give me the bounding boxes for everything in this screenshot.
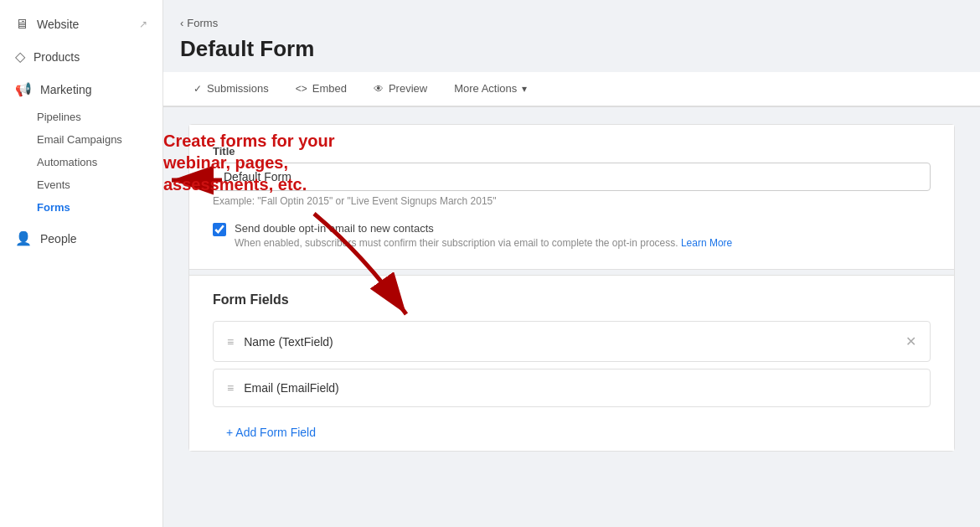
tab-preview-label: Preview: [389, 82, 427, 95]
sidebar-item-products-label: Products: [34, 50, 80, 64]
website-icon: 🖥: [15, 17, 28, 32]
more-actions-chevron-icon: ▾: [522, 83, 527, 95]
sidebar-item-people[interactable]: 👤 People: [0, 222, 162, 255]
header-area: ‹ Forms Default Form: [163, 0, 980, 72]
submissions-icon: ✓: [193, 83, 202, 95]
sidebar-item-people-label: People: [40, 232, 77, 245]
tab-embed[interactable]: <> Embed: [282, 72, 360, 106]
form-body: Title Example: "Fall Optin 2015" or "Liv…: [189, 125, 954, 269]
tabs-wrapper: ✓ Submissions <> Embed 👁 Preview More Ac…: [163, 72, 980, 107]
sidebar-item-products[interactable]: ◇ Products: [0, 40, 162, 73]
marketing-icon: 📢: [15, 81, 32, 97]
page-title: Default Form: [180, 36, 963, 62]
sidebar-sub-forms[interactable]: Forms: [0, 196, 162, 219]
table-row: ≡ Name (TextField) ✕: [213, 321, 931, 362]
drag-handle-icon[interactable]: ≡: [227, 381, 234, 395]
tab-embed-label: Embed: [312, 82, 347, 95]
field-name-text: Name (TextField): [244, 335, 895, 349]
drag-handle-icon[interactable]: ≡: [227, 335, 234, 349]
double-optin-text: Send double opt-in email to new contacts…: [235, 222, 732, 249]
sidebar: 🖥 Website ↗ ◇ Products 📢 Marketing Pipel…: [0, 0, 163, 527]
breadcrumb-chevron: ‹: [180, 17, 183, 29]
title-hint: Example: "Fall Optin 2015" or "Live Even…: [213, 195, 931, 207]
remove-field-button[interactable]: ✕: [905, 333, 916, 349]
embed-icon: <>: [296, 83, 307, 95]
title-input[interactable]: [213, 163, 931, 191]
sidebar-sub-email-campaigns[interactable]: Email Campaigns: [0, 128, 162, 151]
tab-more-actions[interactable]: More Actions ▾: [441, 72, 540, 106]
field-name-text: Email (EmailField): [244, 381, 916, 395]
sidebar-item-website[interactable]: 🖥 Website ↗: [0, 8, 162, 40]
form-fields-title: Form Fields: [213, 292, 931, 307]
add-form-field-button[interactable]: + Add Form Field: [213, 414, 329, 451]
double-optin-label: Send double opt-in email to new contacts: [235, 222, 732, 235]
learn-more-link[interactable]: Learn More: [681, 237, 732, 249]
external-link-icon: ↗: [139, 18, 147, 30]
sidebar-sub-events[interactable]: Events: [0, 173, 162, 196]
products-icon: ◇: [15, 49, 25, 65]
preview-icon: 👁: [374, 83, 384, 95]
people-icon: 👤: [15, 230, 32, 246]
double-optin-desc: When enabled, subscribers must confirm t…: [235, 237, 732, 249]
sidebar-item-website-label: Website: [37, 18, 79, 31]
form-fields-section: Form Fields ≡ Name (TextField) ✕ ≡ Email…: [189, 276, 954, 451]
form-section: Title Example: "Fall Optin 2015" or "Liv…: [188, 124, 955, 452]
section-divider: [189, 269, 954, 276]
sidebar-sub-pipelines[interactable]: Pipelines: [0, 106, 162, 128]
breadcrumb-parent[interactable]: Forms: [187, 17, 218, 29]
tabs: ✓ Submissions <> Embed 👁 Preview More Ac…: [163, 72, 980, 106]
table-row: ≡ Email (EmailField): [213, 369, 931, 407]
double-optin-checkbox[interactable]: [213, 223, 226, 236]
tab-preview[interactable]: 👁 Preview: [360, 72, 441, 106]
breadcrumb: ‹ Forms: [180, 17, 963, 29]
tab-submissions[interactable]: ✓ Submissions: [180, 72, 282, 106]
double-optin-row: Send double opt-in email to new contacts…: [213, 222, 931, 249]
sidebar-item-marketing-label: Marketing: [40, 83, 91, 96]
title-field-label: Title: [213, 145, 931, 158]
tab-more-actions-label: More Actions: [454, 82, 517, 95]
content-area: Title Example: "Fall Optin 2015" or "Liv…: [163, 107, 980, 527]
sidebar-sub-automations[interactable]: Automations: [0, 151, 162, 173]
tab-submissions-label: Submissions: [207, 82, 269, 95]
main-content: ‹ Forms Default Form ✓ Submissions <> Em…: [163, 0, 980, 527]
sidebar-item-marketing[interactable]: 📢 Marketing: [0, 73, 162, 106]
